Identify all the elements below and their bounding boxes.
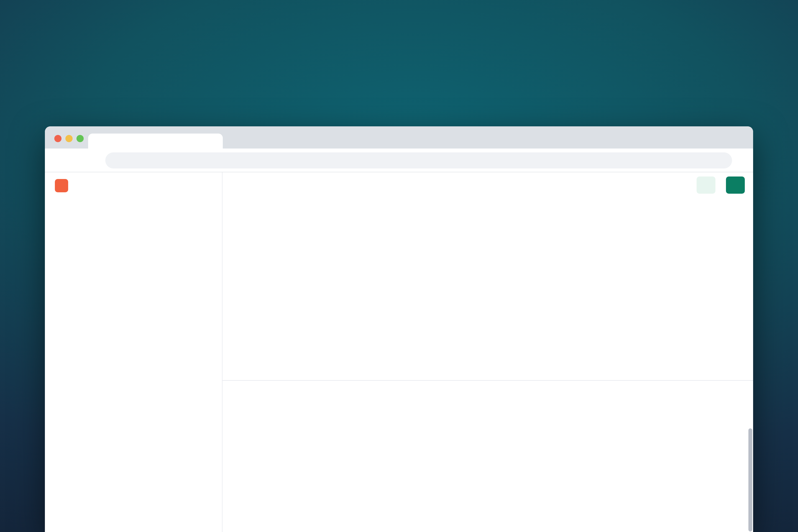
close-window-button[interactable] (54, 135, 61, 142)
create-pipe-button[interactable] (726, 176, 745, 194)
title-row (243, 216, 262, 229)
browser-menu-icon[interactable] (738, 156, 746, 164)
settings-gear-icon[interactable] (191, 182, 199, 190)
header-actions (675, 176, 745, 194)
reload-button[interactable] (88, 156, 96, 165)
minimize-window-button[interactable] (65, 135, 73, 142)
address-bar[interactable] (105, 152, 732, 169)
share-button[interactable] (697, 176, 716, 194)
workspace-avatar (55, 179, 68, 192)
app-content (45, 172, 753, 532)
add-pipe-icon[interactable] (200, 295, 208, 303)
workspace-switcher[interactable] (55, 179, 84, 192)
chevron-down-icon (78, 182, 84, 189)
sidebar (45, 172, 223, 532)
datasource-icon (243, 216, 256, 229)
new-tab-button[interactable] (233, 137, 241, 145)
more-options-icon[interactable] (675, 179, 686, 191)
browser-tab[interactable] (88, 134, 223, 149)
browser-window (45, 126, 753, 532)
main-panel (223, 172, 753, 532)
tinybird-logo-icon (93, 137, 102, 146)
maximize-window-button[interactable] (76, 135, 84, 142)
table-scrollbar[interactable] (748, 429, 752, 531)
tab-close-icon[interactable] (211, 137, 218, 145)
search-icon[interactable] (205, 182, 212, 190)
browser-toolbar (45, 149, 753, 172)
browser-tab-bar (45, 126, 753, 149)
add-data-source-icon[interactable] (200, 410, 208, 418)
back-button[interactable] (52, 156, 61, 165)
lock-icon (113, 157, 119, 164)
data-table-wrap (223, 381, 753, 532)
window-controls (54, 135, 84, 142)
forward-button[interactable] (70, 156, 79, 165)
ingestion-chart (237, 279, 736, 335)
